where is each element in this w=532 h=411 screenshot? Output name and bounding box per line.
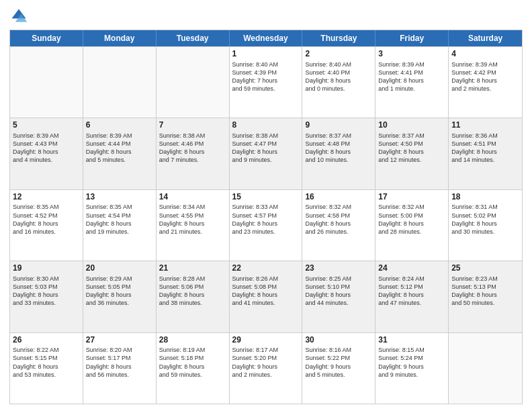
cell-text-line: Daylight: 8 hours: [86, 291, 153, 299]
day-number: 19: [13, 263, 80, 274]
day-of-week-saturday: Saturday: [449, 30, 522, 46]
cal-cell-r0c6: 4Sunrise: 8:39 AMSunset: 4:42 PMDaylight…: [449, 47, 522, 118]
cell-text-line: and 47 minutes.: [378, 299, 445, 307]
day-number: 24: [378, 263, 445, 274]
cell-text-line: Sunset: 5:12 PM: [378, 283, 445, 291]
cell-text-line: Sunset: 4:55 PM: [159, 212, 226, 220]
cal-cell-r3c1: 20Sunrise: 8:29 AMSunset: 5:05 PMDayligh…: [83, 261, 157, 332]
cell-text-line: Daylight: 8 hours: [305, 77, 372, 85]
cell-text-line: Daylight: 8 hours: [159, 220, 226, 228]
cell-text-line: Sunset: 5:08 PM: [232, 283, 300, 291]
cal-cell-r2c4: 16Sunrise: 8:32 AMSunset: 4:58 PMDayligh…: [302, 190, 375, 261]
day-number: 2: [305, 49, 372, 60]
cal-cell-r1c2: 7Sunrise: 8:38 AMSunset: 4:46 PMDaylight…: [157, 118, 230, 189]
cell-text-line: Sunrise: 8:15 AM: [378, 346, 445, 354]
day-of-week-monday: Monday: [83, 30, 157, 46]
cell-text-line: Sunrise: 8:16 AM: [305, 346, 372, 354]
cell-text-line: and 1 minute.: [378, 85, 445, 93]
cell-text-line: and 16 minutes.: [13, 228, 80, 236]
calendar-row-2: 12Sunrise: 8:35 AMSunset: 4:52 PMDayligh…: [10, 189, 522, 261]
cell-text-line: Daylight: 8 hours: [232, 291, 300, 299]
cell-text-line: Daylight: 8 hours: [305, 220, 372, 228]
cell-text-line: Sunset: 4:58 PM: [305, 212, 372, 220]
day-number: 11: [451, 120, 519, 131]
cell-text-line: Sunrise: 8:32 AM: [305, 203, 372, 211]
cell-text-line: Daylight: 8 hours: [232, 148, 300, 156]
cal-cell-r0c5: 3Sunrise: 8:39 AMSunset: 4:41 PMDaylight…: [375, 47, 449, 118]
cell-text-line: Sunrise: 8:30 AM: [13, 275, 80, 283]
cell-text-line: Sunset: 5:02 PM: [451, 212, 519, 220]
cell-text-line: Sunrise: 8:19 AM: [159, 346, 226, 354]
cell-text-line: Sunrise: 8:34 AM: [159, 203, 226, 211]
cell-text-line: and 59 minutes.: [232, 85, 300, 93]
day-number: 12: [13, 192, 80, 203]
day-number: 13: [86, 192, 153, 203]
day-number: 26: [13, 335, 80, 346]
day-number: 22: [232, 263, 300, 274]
cell-text-line: Sunset: 5:10 PM: [305, 283, 372, 291]
cal-cell-r4c3: 29Sunrise: 8:17 AMSunset: 5:20 PMDayligh…: [230, 333, 303, 404]
cell-text-line: Daylight: 8 hours: [451, 291, 519, 299]
day-number: 9: [305, 120, 372, 131]
cell-text-line: and 53 minutes.: [13, 371, 80, 379]
cal-cell-r0c4: 2Sunrise: 8:40 AMSunset: 4:40 PMDaylight…: [302, 47, 375, 118]
cal-cell-r4c5: 31Sunrise: 8:15 AMSunset: 5:24 PMDayligh…: [375, 333, 449, 404]
cell-text-line: Sunrise: 8:40 AM: [305, 60, 372, 68]
cell-text-line: Daylight: 8 hours: [378, 77, 445, 85]
cell-text-line: Daylight: 8 hours: [378, 148, 445, 156]
cell-text-line: Sunset: 5:22 PM: [305, 354, 372, 362]
calendar-row-1: 5Sunrise: 8:39 AMSunset: 4:43 PMDaylight…: [10, 118, 522, 189]
cell-text-line: Sunrise: 8:23 AM: [451, 275, 519, 283]
cell-text-line: Sunrise: 8:17 AM: [232, 346, 300, 354]
cal-cell-r4c1: 27Sunrise: 8:20 AMSunset: 5:17 PMDayligh…: [83, 333, 157, 404]
cell-text-line: and 21 minutes.: [159, 228, 226, 236]
calendar: SundayMondayTuesdayWednesdayThursdayFrid…: [9, 30, 523, 404]
cell-text-line: Sunrise: 8:32 AM: [378, 203, 445, 211]
cell-text-line: Sunset: 5:18 PM: [159, 354, 226, 362]
cal-cell-r4c6: [449, 333, 522, 404]
cal-cell-r3c3: 22Sunrise: 8:26 AMSunset: 5:08 PMDayligh…: [230, 261, 303, 332]
cal-cell-r0c2: [157, 47, 230, 118]
cal-cell-r2c2: 14Sunrise: 8:34 AMSunset: 4:55 PMDayligh…: [157, 190, 230, 261]
cell-text-line: and 26 minutes.: [305, 228, 372, 236]
day-number: 16: [305, 192, 372, 203]
cell-text-line: Sunset: 4:50 PM: [378, 140, 445, 148]
calendar-body: 1Sunrise: 8:40 AMSunset: 4:39 PMDaylight…: [10, 46, 522, 404]
day-number: 21: [159, 263, 226, 274]
cell-text-line: and 56 minutes.: [86, 371, 153, 379]
cell-text-line: Sunset: 4:43 PM: [13, 140, 80, 148]
cell-text-line: Sunrise: 8:39 AM: [13, 132, 80, 140]
cell-text-line: and 36 minutes.: [86, 299, 153, 307]
day-number: 29: [232, 335, 300, 346]
day-of-week-thursday: Thursday: [302, 30, 375, 46]
day-number: 27: [86, 335, 153, 346]
cell-text-line: Sunset: 4:54 PM: [86, 212, 153, 220]
cell-text-line: and 2 minutes.: [451, 85, 519, 93]
cell-text-line: Sunset: 4:46 PM: [159, 140, 226, 148]
cell-text-line: and 4 minutes.: [13, 156, 80, 164]
cell-text-line: Sunrise: 8:35 AM: [86, 203, 153, 211]
cell-text-line: Daylight: 9 hours: [305, 363, 372, 371]
cell-text-line: Daylight: 8 hours: [451, 148, 519, 156]
day-number: 18: [451, 192, 519, 203]
cell-text-line: and 28 minutes.: [378, 228, 445, 236]
cal-cell-r2c3: 15Sunrise: 8:33 AMSunset: 4:57 PMDayligh…: [230, 190, 303, 261]
cell-text-line: Sunset: 5:20 PM: [232, 354, 300, 362]
cell-text-line: Sunset: 5:05 PM: [86, 283, 153, 291]
cal-cell-r4c0: 26Sunrise: 8:22 AMSunset: 5:15 PMDayligh…: [10, 333, 83, 404]
cell-text-line: Daylight: 8 hours: [451, 220, 519, 228]
cell-text-line: Sunset: 4:39 PM: [232, 68, 300, 77]
cell-text-line: and 5 minutes.: [305, 371, 372, 379]
day-number: 15: [232, 192, 300, 203]
cell-text-line: Daylight: 8 hours: [451, 77, 519, 85]
cell-text-line: and 9 minutes.: [378, 371, 445, 379]
cell-text-line: Sunrise: 8:38 AM: [232, 132, 300, 140]
calendar-header: SundayMondayTuesdayWednesdayThursdayFrid…: [10, 30, 522, 46]
day-of-week-friday: Friday: [375, 30, 449, 46]
logo: [9, 7, 31, 26]
day-of-week-tuesday: Tuesday: [157, 30, 230, 46]
cell-text-line: Sunset: 5:15 PM: [13, 354, 80, 362]
cell-text-line: Daylight: 8 hours: [13, 291, 80, 299]
cell-text-line: Sunrise: 8:28 AM: [159, 275, 226, 283]
cell-text-line: and 44 minutes.: [305, 299, 372, 307]
